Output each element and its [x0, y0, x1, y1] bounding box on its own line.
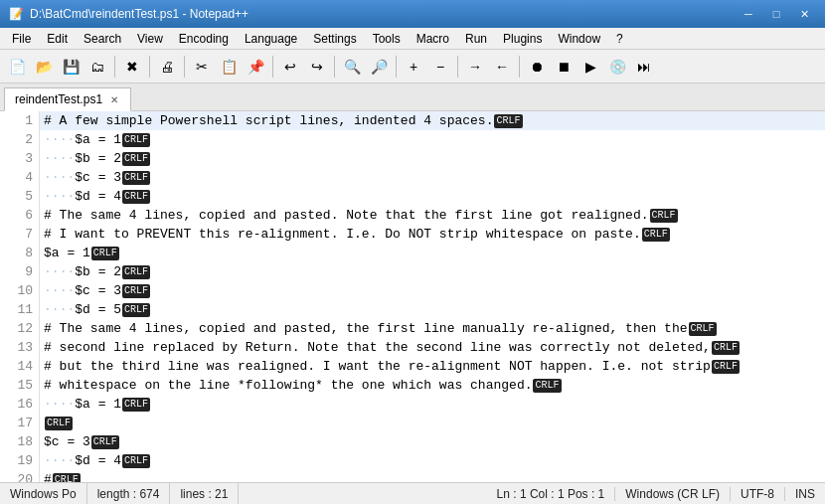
- line-number-2: 2: [0, 130, 39, 149]
- status-ins: INS: [785, 487, 825, 501]
- menu-item-run[interactable]: Run: [457, 28, 495, 49]
- find-replace-button[interactable]: 🔎: [366, 54, 392, 80]
- crlf-marker: CRLF: [712, 341, 740, 355]
- crlf-marker: CRLF: [533, 379, 561, 393]
- zoom-in-button[interactable]: +: [401, 54, 426, 80]
- crlf-marker: CRLF: [122, 152, 150, 166]
- menu-item-tools[interactable]: Tools: [365, 28, 409, 49]
- macro-stop-button[interactable]: ⏹: [551, 54, 577, 80]
- open-button[interactable]: 📂: [31, 54, 57, 80]
- app-icon: 📝: [8, 6, 24, 22]
- line-number-16: 16: [0, 395, 39, 414]
- line-number-14: 14: [0, 357, 39, 376]
- tab-reindenttest[interactable]: reindentTest.ps1 ✕: [4, 87, 131, 111]
- menu-item-window[interactable]: Window: [550, 28, 608, 49]
- space-dot: ·: [67, 189, 75, 204]
- crlf-marker: CRLF: [53, 473, 81, 483]
- toolbar: 📄 📂 💾 🗂 ✖ 🖨 ✂ 📋 📌 ↩ ↪ 🔍 🔎 + − → ← ⏺ ⏹ ▶ …: [0, 50, 825, 84]
- menu-item-edit[interactable]: Edit: [39, 28, 76, 49]
- line-number-17: 17: [0, 414, 39, 432]
- space-dot: ·: [52, 283, 60, 298]
- code-line-1: # A few simple Powershell script lines, …: [40, 111, 825, 130]
- space-dot: ·: [60, 397, 68, 412]
- save-all-button[interactable]: 🗂: [84, 54, 110, 80]
- crlf-marker: CRLF: [650, 209, 678, 223]
- macro-record-button[interactable]: ⏺: [524, 54, 550, 80]
- space-dot: ·: [44, 302, 52, 317]
- line-number-5: 5: [0, 187, 39, 206]
- copy-button[interactable]: 📋: [216, 54, 242, 80]
- find-button[interactable]: 🔍: [339, 54, 365, 80]
- status-right: Ln : 1 Col : 1 Pos : 1 Windows (CR LF) U…: [487, 487, 825, 501]
- toolbar-separator-8: [519, 56, 520, 78]
- status-lines-text: lines : 21: [180, 487, 228, 501]
- toolbar-separator-7: [457, 56, 458, 78]
- crlf-marker: CRLF: [91, 435, 119, 449]
- line-number-13: 13: [0, 338, 39, 357]
- space-dot: ·: [44, 283, 52, 298]
- menu-item-search[interactable]: Search: [76, 28, 129, 49]
- line-number-8: 8: [0, 244, 39, 262]
- menu-item-macro[interactable]: Macro: [409, 28, 457, 49]
- menu-item-view[interactable]: View: [129, 28, 171, 49]
- space-dot: ·: [67, 302, 75, 317]
- redo-button[interactable]: ↪: [304, 54, 330, 80]
- menu-item-settings[interactable]: Settings: [305, 28, 364, 49]
- space-dot: ·: [60, 170, 68, 185]
- zoom-out-button[interactable]: −: [427, 54, 453, 80]
- cut-button[interactable]: ✂: [189, 54, 215, 80]
- menu-item-language[interactable]: Language: [237, 28, 305, 49]
- macro-run-button[interactable]: ⏭: [631, 54, 657, 80]
- space-dot: ·: [67, 453, 75, 468]
- macro-save-button[interactable]: 💿: [604, 54, 630, 80]
- new-button[interactable]: 📄: [4, 54, 30, 80]
- close-button[interactable]: ✕: [791, 4, 817, 24]
- space-dot: ·: [52, 189, 60, 204]
- code-line-12: # The same 4 lines, copied and pasted, t…: [40, 319, 825, 338]
- crlf-marker: CRLF: [122, 133, 150, 147]
- crlf-marker: CRLF: [712, 360, 740, 374]
- line-number-3: 3: [0, 149, 39, 168]
- close-doc-button[interactable]: ✖: [119, 54, 145, 80]
- space-dot: ·: [52, 170, 60, 185]
- status-ins-text: INS: [795, 487, 815, 501]
- space-dot: ·: [60, 189, 68, 204]
- maximize-button[interactable]: □: [763, 4, 789, 24]
- print-button[interactable]: 🖨: [154, 54, 180, 80]
- undo-button[interactable]: ↩: [277, 54, 303, 80]
- space-dot: ·: [52, 151, 60, 166]
- space-dot: ·: [44, 170, 52, 185]
- line-number-7: 7: [0, 225, 39, 244]
- tab-bar: reindentTest.ps1 ✕: [0, 84, 825, 111]
- status-position: Ln : 1 Col : 1 Pos : 1: [487, 487, 616, 501]
- indent-button[interactable]: →: [462, 54, 488, 80]
- code-line-8: $a = 1CRLF: [40, 244, 825, 262]
- macro-play-button[interactable]: ▶: [578, 54, 603, 80]
- tab-close-button[interactable]: ✕: [108, 93, 120, 106]
- crlf-marker: CRLF: [122, 265, 150, 279]
- menu-item-plugins[interactable]: Plugins: [495, 28, 550, 49]
- unindent-button[interactable]: ←: [489, 54, 515, 80]
- minimize-button[interactable]: ─: [736, 4, 761, 24]
- status-charset: UTF-8: [731, 487, 785, 501]
- line-number-4: 4: [0, 168, 39, 187]
- toolbar-separator-2: [149, 56, 150, 78]
- save-button[interactable]: 💾: [58, 54, 83, 80]
- code-area[interactable]: # A few simple Powershell script lines, …: [40, 111, 825, 482]
- code-line-11: ····$d = 5CRLF: [40, 300, 825, 319]
- space-dot: ·: [44, 397, 52, 412]
- status-line-ending-text: Windows (CR LF): [625, 487, 720, 501]
- menu-item-file[interactable]: File: [4, 28, 39, 49]
- paste-button[interactable]: 📌: [243, 54, 268, 80]
- code-line-17: CRLF: [40, 414, 825, 432]
- space-dot: ·: [67, 397, 75, 412]
- code-line-10: ····$c = 3CRLF: [40, 281, 825, 300]
- crlf-marker: CRLF: [122, 284, 150, 298]
- line-number-19: 19: [0, 451, 39, 470]
- menu-item-?[interactable]: ?: [608, 28, 631, 49]
- space-dot: ·: [60, 264, 68, 279]
- status-position-text: Ln : 1 Col : 1 Pos : 1: [497, 487, 605, 501]
- menu-bar: FileEditSearchViewEncodingLanguageSettin…: [0, 28, 825, 50]
- line-numbers: 123456789101112131415161718192021: [0, 111, 40, 482]
- menu-item-encoding[interactable]: Encoding: [171, 28, 237, 49]
